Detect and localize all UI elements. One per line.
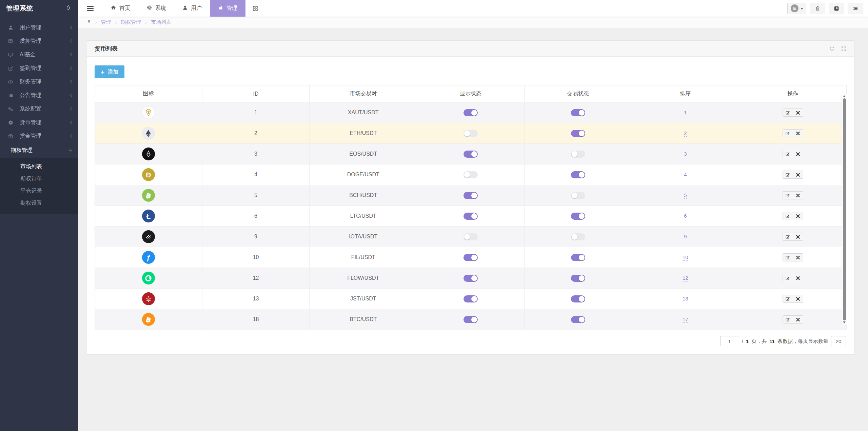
- edit-button[interactable]: [783, 109, 793, 117]
- fullscreen-icon[interactable]: [841, 46, 847, 52]
- per-page-input[interactable]: [831, 336, 846, 346]
- hamburger-icon[interactable]: [78, 0, 102, 17]
- sort-value[interactable]: 2: [684, 130, 687, 137]
- sort-value[interactable]: 12: [683, 275, 688, 281]
- sort-value[interactable]: 1: [684, 110, 687, 116]
- sort-value[interactable]: 6: [684, 213, 687, 219]
- scrollbar-thumb[interactable]: [843, 98, 846, 320]
- menu-lines-icon[interactable]: [848, 3, 863, 14]
- sort-value[interactable]: 4: [684, 172, 687, 178]
- edit-button[interactable]: [783, 129, 793, 137]
- sidebar-item-7[interactable]: 系统配置: [0, 102, 78, 116]
- sort-value[interactable]: 13: [683, 296, 688, 302]
- display-status-toggle[interactable]: [463, 295, 478, 302]
- edit-button[interactable]: [783, 191, 793, 199]
- sort-value[interactable]: 5: [684, 192, 687, 199]
- user-menu-button[interactable]: E ▾: [787, 3, 806, 14]
- trade-status-toggle[interactable]: [571, 316, 585, 323]
- submenu-item-1[interactable]: 市场列表: [0, 160, 78, 173]
- delete-button[interactable]: [793, 315, 803, 324]
- coin-glyph: Ł: [146, 213, 151, 220]
- sidebar-item-2[interactable]: 质押管理: [0, 34, 78, 48]
- operation-buttons: [783, 171, 803, 179]
- delete-button[interactable]: [793, 129, 803, 137]
- tab-home[interactable]: 首页: [102, 0, 138, 17]
- edit-button[interactable]: [783, 212, 793, 220]
- submenu-item-2[interactable]: 期权订单: [0, 173, 78, 185]
- sidebar-item-6[interactable]: 公告管理: [0, 89, 78, 102]
- trade-status-toggle[interactable]: [571, 192, 585, 199]
- trade-status-toggle[interactable]: [571, 109, 585, 116]
- delete-button[interactable]: [793, 253, 803, 261]
- app-title: 管理系统: [6, 4, 33, 13]
- trade-status-toggle[interactable]: [571, 233, 585, 240]
- tab-admin[interactable]: 管理: [210, 0, 245, 17]
- sort-value[interactable]: 9: [684, 234, 687, 240]
- trade-status-toggle[interactable]: [571, 130, 585, 137]
- trade-status-toggle[interactable]: [571, 151, 585, 158]
- toggle-knob: [471, 213, 477, 219]
- tab-system[interactable]: 系统: [138, 0, 174, 17]
- display-status-toggle[interactable]: [463, 130, 478, 137]
- sidebar-item-1[interactable]: 用户管理: [0, 21, 78, 34]
- breadcrumb-link-options[interactable]: 期权管理: [121, 19, 141, 25]
- display-status-toggle[interactable]: [463, 213, 478, 220]
- delete-button[interactable]: [793, 233, 803, 241]
- delete-button[interactable]: [793, 295, 803, 303]
- display-status-toggle[interactable]: [463, 316, 478, 323]
- display-status-toggle[interactable]: [463, 171, 478, 178]
- trade-status-toggle[interactable]: [571, 295, 585, 302]
- scroll-down-icon[interactable]: [843, 321, 846, 324]
- delete-button[interactable]: [793, 212, 803, 220]
- trade-status-toggle[interactable]: [571, 254, 585, 261]
- display-status-toggle[interactable]: [463, 275, 478, 282]
- sidebar-item-4[interactable]: 签到管理: [0, 61, 78, 75]
- edit-button[interactable]: [783, 171, 793, 179]
- refresh-icon[interactable]: [829, 46, 835, 52]
- sort-value[interactable]: 3: [684, 151, 687, 157]
- scroll-up-icon[interactable]: [843, 95, 846, 97]
- delete-button[interactable]: [793, 274, 803, 282]
- trade-status-toggle[interactable]: [571, 275, 585, 282]
- edit-button[interactable]: [783, 295, 793, 303]
- edit-button[interactable]: [783, 150, 793, 158]
- breadcrumb-link-admin[interactable]: 管理: [101, 19, 111, 25]
- sidebar-item-5[interactable]: 财务管理: [0, 75, 78, 89]
- sort-value[interactable]: 17: [683, 316, 688, 323]
- edit-button[interactable]: [783, 274, 793, 282]
- page-input[interactable]: [720, 336, 739, 346]
- submenu-item-3[interactable]: 平仓记录: [0, 185, 78, 197]
- sidebar-item-options[interactable]: 期权管理: [0, 143, 78, 158]
- sidebar-item-3[interactable]: AI基金: [0, 48, 78, 61]
- icon-cell: Đ: [95, 164, 202, 185]
- display-status-toggle[interactable]: [463, 192, 478, 199]
- display-status-toggle[interactable]: [463, 109, 478, 116]
- tab-user[interactable]: 用户: [174, 0, 210, 17]
- grid-icon[interactable]: [245, 0, 265, 17]
- sidebar-item-9[interactable]: 赏金管理: [0, 129, 78, 143]
- delete-button[interactable]: [793, 171, 803, 179]
- export-icon[interactable]: [829, 3, 844, 14]
- delete-button[interactable]: [793, 191, 803, 199]
- pair-cell: LTC/USDT: [310, 206, 417, 227]
- svg-text:P: P: [9, 121, 11, 124]
- table-scrollbar[interactable]: [842, 94, 847, 325]
- delete-button[interactable]: [793, 109, 803, 117]
- chevron-left-icon: [70, 25, 73, 30]
- icon-cell: [95, 123, 202, 144]
- trade-status-toggle[interactable]: [571, 213, 585, 220]
- delete-button[interactable]: [793, 150, 803, 158]
- submenu-item-4[interactable]: 期权设置: [0, 197, 78, 209]
- edit-button[interactable]: [783, 253, 793, 261]
- trade-status-toggle[interactable]: [571, 171, 585, 178]
- display-status-toggle[interactable]: [463, 233, 478, 240]
- trash-icon[interactable]: [810, 3, 825, 14]
- edit-button[interactable]: [783, 233, 793, 241]
- add-button[interactable]: + 添加: [95, 65, 124, 78]
- sort-value[interactable]: 10: [683, 254, 688, 261]
- display-status-toggle[interactable]: [463, 151, 478, 158]
- edit-button[interactable]: [783, 315, 793, 324]
- jst-icon: [142, 292, 155, 305]
- sidebar-item-8[interactable]: P货币管理: [0, 116, 78, 129]
- display-status-toggle[interactable]: [463, 254, 478, 261]
